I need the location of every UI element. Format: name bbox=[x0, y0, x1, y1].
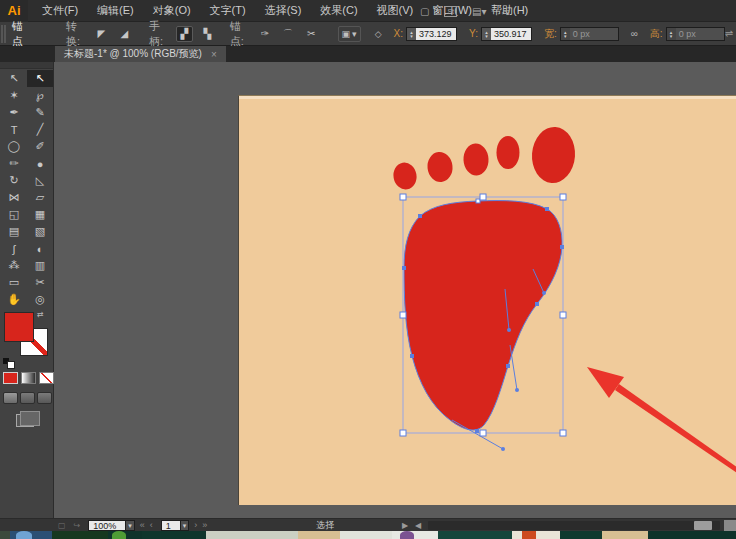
toolbar-grip[interactable] bbox=[0, 62, 53, 69]
arrange-documents-icon[interactable]: ▢ bbox=[420, 6, 429, 17]
taskbar-segment[interactable] bbox=[340, 531, 392, 539]
free-transform-tool[interactable]: ▱ bbox=[27, 189, 53, 206]
toe-shape[interactable] bbox=[463, 143, 490, 176]
constrain-proportions-icon[interactable]: ∞ bbox=[631, 28, 638, 39]
scrollbar-thumb[interactable] bbox=[694, 521, 712, 530]
shaper-tool[interactable]: ● bbox=[27, 155, 53, 172]
y-spinner[interactable]: ▴▾ bbox=[482, 28, 491, 40]
convert-corner-icon[interactable]: ◢ bbox=[116, 26, 133, 42]
curvature-tool[interactable]: ✎ bbox=[27, 104, 53, 121]
menu-e[interactable]: 编辑(E) bbox=[97, 3, 134, 18]
zoom-input[interactable]: 100% bbox=[88, 520, 126, 531]
taskbar-segment[interactable] bbox=[602, 531, 648, 539]
paintbrush-tool[interactable]: ✐ bbox=[27, 138, 53, 155]
pen-tool[interactable]: ✒ bbox=[1, 104, 27, 121]
perspective-grid-tool[interactable]: ▦ bbox=[27, 206, 53, 223]
collapse-icon[interactable]: ▢ bbox=[58, 521, 66, 530]
adobe-stock-icon[interactable]: St bbox=[444, 6, 457, 17]
swap-fill-stroke-icon[interactable]: ⇄ bbox=[37, 310, 44, 319]
height-spinner[interactable]: ▴▾ bbox=[667, 28, 676, 40]
corner-widget-button[interactable]: ▣ ▾ bbox=[338, 26, 361, 42]
taskbar-segment[interactable] bbox=[512, 531, 560, 539]
next-artboard-icon[interactable]: › bbox=[194, 520, 197, 530]
taskbar-segment[interactable] bbox=[142, 531, 206, 539]
none-button[interactable] bbox=[39, 372, 54, 384]
line-segment-tool[interactable]: ╱ bbox=[27, 121, 53, 138]
height-input[interactable]: ▴▾ 0 px bbox=[666, 27, 725, 41]
export-icon[interactable]: ↪ bbox=[74, 521, 81, 530]
mesh-tool[interactable]: ▤ bbox=[1, 223, 27, 240]
menu-f[interactable]: 文件(F) bbox=[42, 3, 78, 18]
draw-normal-button[interactable] bbox=[3, 392, 18, 404]
artboard-tool[interactable]: ▭ bbox=[1, 274, 27, 291]
taskbar-segment[interactable] bbox=[206, 531, 298, 539]
x-spinner[interactable]: ▴▾ bbox=[407, 28, 416, 40]
horizontal-scrollbar[interactable] bbox=[428, 521, 720, 530]
document-tab[interactable]: 未标题-1* @ 100% (RGB/预览) × bbox=[55, 46, 226, 62]
ellipse-tool[interactable]: ◯ bbox=[1, 138, 27, 155]
width-spinner[interactable]: ▴▾ bbox=[561, 28, 570, 40]
width-input[interactable]: ▴▾ 0 px bbox=[560, 27, 619, 41]
zoom-tool[interactable]: ◎ bbox=[27, 291, 53, 308]
footprint-toes[interactable] bbox=[391, 126, 577, 192]
menu-v[interactable]: 视图(V) bbox=[377, 3, 414, 18]
default-fill-stroke-icon[interactable] bbox=[3, 358, 14, 368]
taskbar-app-icon[interactable] bbox=[112, 531, 126, 539]
taskbar-app-icon[interactable] bbox=[522, 531, 536, 539]
toe-shape[interactable] bbox=[497, 136, 520, 169]
footprint-sole-shape[interactable] bbox=[404, 201, 562, 430]
gradient-button[interactable] bbox=[21, 372, 36, 384]
shape-builder-tool[interactable]: ◱ bbox=[1, 206, 27, 223]
eyedropper-tool[interactable]: ʃ bbox=[1, 240, 27, 257]
y-input[interactable]: ▴▾ 350.917 bbox=[481, 27, 532, 41]
announce-icon[interactable]: ◅ bbox=[502, 6, 510, 17]
taskbar-app-icon[interactable] bbox=[16, 531, 32, 539]
hide-handles-icon[interactable]: ▚ bbox=[199, 26, 216, 42]
cut-path-icon[interactable]: ✂ bbox=[303, 26, 320, 42]
type-tool[interactable]: T bbox=[1, 121, 27, 138]
column-graph-tool[interactable]: ▥ bbox=[27, 257, 53, 274]
slice-tool[interactable]: ✂ bbox=[27, 274, 53, 291]
artboard-dropdown-icon[interactable]: ▾ bbox=[181, 520, 190, 531]
taskbar-segment[interactable] bbox=[648, 531, 736, 539]
artboard-input[interactable]: 1 bbox=[161, 520, 181, 531]
taskbar-segment[interactable] bbox=[560, 531, 602, 539]
menu-s[interactable]: 选择(S) bbox=[265, 3, 302, 18]
hand-tool[interactable]: ✋ bbox=[1, 291, 27, 308]
panel-expand-icon[interactable]: ▶ bbox=[402, 521, 408, 530]
panel-grip-handle[interactable] bbox=[1, 25, 6, 43]
tab-close-icon[interactable]: × bbox=[211, 49, 217, 60]
taskbar-segment[interactable] bbox=[52, 531, 108, 539]
convert-smooth-icon[interactable]: ◤ bbox=[93, 26, 110, 42]
toe-shape[interactable] bbox=[426, 151, 454, 183]
zoom-dropdown-icon[interactable]: ▾ bbox=[126, 520, 135, 531]
selection-tool[interactable]: ↖ bbox=[1, 70, 27, 87]
draw-inside-button[interactable] bbox=[37, 392, 52, 404]
remove-anchor-icon[interactable]: ✑ bbox=[257, 26, 274, 42]
taskbar-segment[interactable] bbox=[438, 531, 512, 539]
prev-artboard-icon[interactable]: ‹ bbox=[150, 520, 153, 530]
scroll-left-icon[interactable]: ◀ bbox=[415, 521, 421, 530]
windows-taskbar[interactable] bbox=[0, 531, 736, 539]
draw-behind-button[interactable] bbox=[20, 392, 35, 404]
rotate-tool[interactable]: ↻ bbox=[1, 172, 27, 189]
pencil-tool[interactable]: ✏ bbox=[1, 155, 27, 172]
blend-tool[interactable]: ◐ bbox=[27, 240, 53, 257]
scale-tool[interactable]: ◺ bbox=[27, 172, 53, 189]
menu-o[interactable]: 对象(O) bbox=[153, 3, 191, 18]
taskbar-segment[interactable] bbox=[298, 531, 340, 539]
canvas[interactable] bbox=[54, 62, 736, 518]
lasso-tool[interactable]: ℘ bbox=[27, 87, 53, 104]
gradient-tool[interactable]: ▧ bbox=[27, 223, 53, 240]
magic-wand-tool[interactable]: ✶ bbox=[1, 87, 27, 104]
direct-selection-tool[interactable]: ↖ bbox=[27, 70, 53, 87]
toe-shape[interactable] bbox=[391, 161, 418, 192]
taskbar-app-icon[interactable] bbox=[400, 531, 414, 539]
screen-mode-icon[interactable] bbox=[16, 414, 34, 427]
first-artboard-icon[interactable]: « bbox=[140, 520, 145, 530]
show-handles-icon[interactable]: ▞ bbox=[176, 26, 193, 42]
x-input[interactable]: ▴▾ 373.129 bbox=[406, 27, 457, 41]
fill-swatch[interactable] bbox=[4, 312, 34, 342]
symbol-sprayer-tool[interactable]: ⁂ bbox=[1, 257, 27, 274]
transform-more-icon[interactable]: ⇌ bbox=[725, 28, 733, 39]
